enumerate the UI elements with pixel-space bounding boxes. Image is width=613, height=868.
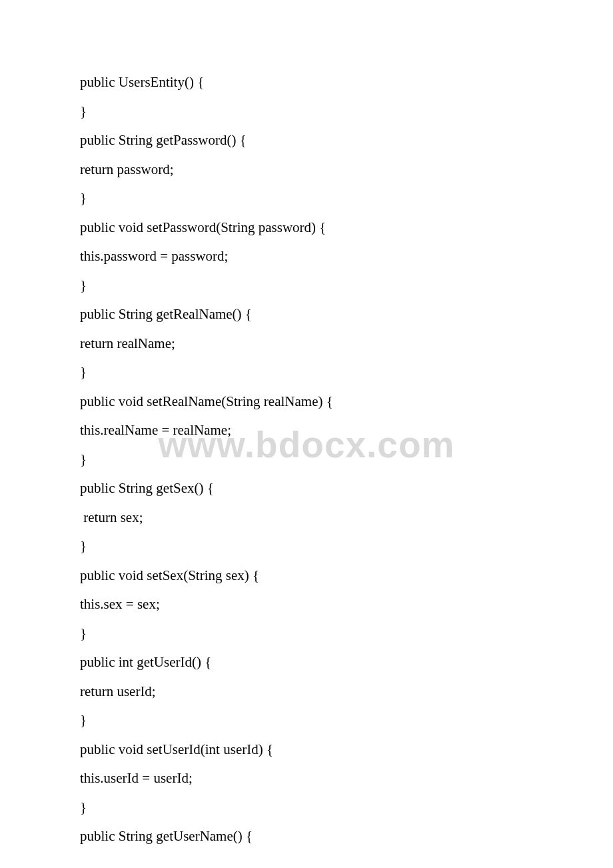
code-line: return realName;	[80, 337, 533, 351]
code-line: }	[80, 365, 533, 379]
code-line: public void setSex(String sex) {	[80, 569, 533, 583]
code-content: public UsersEntity() { } public String g…	[0, 0, 613, 843]
code-line: public String getUserName() {	[80, 829, 533, 843]
code-line: return userId;	[80, 685, 533, 699]
code-line: }	[80, 105, 533, 119]
code-line: public String getSex() {	[80, 481, 533, 495]
code-line: }	[80, 539, 533, 553]
code-line: public void setUserId(int userId) {	[80, 743, 533, 757]
code-line: public String getRealName() {	[80, 307, 533, 321]
code-line: }	[80, 801, 533, 815]
code-line: }	[80, 453, 533, 467]
code-line: return password;	[80, 163, 533, 177]
code-line: this.userId = userId;	[80, 771, 533, 785]
code-line: public int getUserId() {	[80, 655, 533, 669]
code-line: public UsersEntity() {	[80, 75, 533, 89]
code-line: this.realName = realName;	[80, 423, 533, 437]
code-line: public void setPassword(String password)…	[80, 221, 533, 235]
code-line: }	[80, 627, 533, 641]
code-line: }	[80, 279, 533, 293]
code-line: return sex;	[80, 511, 533, 525]
code-line: this.password = password;	[80, 249, 533, 263]
code-line: }	[80, 713, 533, 727]
code-line: public String getPassword() {	[80, 133, 533, 147]
code-line: public void setRealName(String realName)…	[80, 395, 533, 409]
code-line: this.sex = sex;	[80, 597, 533, 611]
code-line: }	[80, 191, 533, 205]
